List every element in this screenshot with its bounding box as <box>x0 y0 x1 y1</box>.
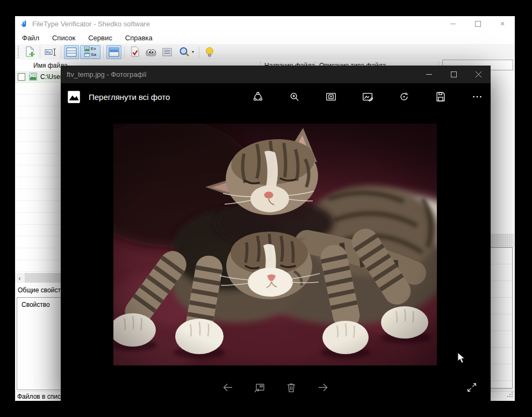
add-files-button[interactable] <box>22 45 37 59</box>
report-button[interactable] <box>160 45 175 59</box>
example-image-icon <box>84 46 90 52</box>
maximize-icon <box>451 71 457 77</box>
copy-to-button[interactable] <box>249 377 270 398</box>
view-all-photos-button[interactable]: Переглянути всі фото <box>67 89 170 105</box>
inspect-button[interactable] <box>143 45 159 59</box>
list-pane-icon <box>65 46 78 59</box>
share-icon <box>252 91 264 103</box>
ftv-menubar: Файл Список Сервис Справка <box>15 31 515 44</box>
document-check-icon <box>128 46 141 59</box>
svg-text:Re: Re <box>46 50 51 54</box>
edit-icon <box>362 91 373 103</box>
save-button[interactable] <box>430 86 451 107</box>
toolbar-separator <box>199 46 199 58</box>
photos-window-title: ftv_temp.jpg - Фотографії <box>67 70 416 78</box>
ftv-window-title: FileType Verificator - Shedko software <box>32 20 441 28</box>
view-all-photos-label: Переглянути всі фото <box>89 92 170 102</box>
toolbar-separator <box>103 46 104 58</box>
photos-nav-group <box>217 377 334 398</box>
photos-appbar: Переглянути всі фото <box>61 83 491 110</box>
toolbar-gripper[interactable] <box>17 46 19 59</box>
photos-bottombar <box>61 374 491 401</box>
rename-icon: Re <box>44 46 57 59</box>
arrow-left-icon <box>221 381 234 394</box>
more-button[interactable] <box>466 86 488 107</box>
rotate-button[interactable] <box>393 86 415 107</box>
resize-grip[interactable] <box>507 392 513 399</box>
search-button[interactable]: ▾ <box>176 45 196 59</box>
arrow-right-icon <box>317 381 329 394</box>
previous-button[interactable] <box>217 377 239 398</box>
close-icon <box>476 71 481 77</box>
photos-maximize-button[interactable] <box>441 66 466 83</box>
status-text: Файлов в списке <box>17 393 67 400</box>
toolbar-separator <box>40 46 40 58</box>
general-properties-label: Общие свойства <box>18 286 68 294</box>
menu-service[interactable]: Сервис <box>88 34 112 42</box>
menu-file[interactable]: Файл <box>22 34 39 42</box>
sample-window-icon <box>84 52 90 57</box>
sa-label: Sa <box>91 53 96 57</box>
menu-list[interactable]: Список <box>52 34 75 42</box>
ftv-toolbar: Re Ex Sa <box>15 44 515 60</box>
scroll-left-button[interactable]: ‹ <box>15 273 24 283</box>
more-icon <box>471 91 483 103</box>
photos-minimize-button[interactable] <box>416 66 441 83</box>
desktop: { "ftv": { "title": "FileType Verificato… <box>0 0 532 417</box>
zoom-in-icon <box>289 91 300 103</box>
report-icon <box>161 46 174 59</box>
rotate-icon <box>398 91 410 103</box>
verify-button[interactable] <box>127 45 142 59</box>
next-button[interactable] <box>312 377 334 398</box>
lightbulb-icon <box>203 46 216 59</box>
menu-help[interactable]: Справка <box>125 34 153 42</box>
ftv-maximize-button[interactable] <box>465 16 490 31</box>
copy-to-icon <box>253 381 266 394</box>
fullscreen-icon <box>466 382 478 393</box>
photo-gallery-icon <box>67 90 81 104</box>
view-list-button[interactable] <box>64 45 79 59</box>
file-checkbox[interactable] <box>18 73 25 81</box>
rename-button[interactable]: Re <box>43 45 58 59</box>
slideshow-icon <box>325 91 337 103</box>
fullscreen-button[interactable] <box>461 377 483 398</box>
view-preview-button[interactable] <box>106 45 121 59</box>
ex-label: Ex <box>91 47 96 51</box>
view-ex-sa-button[interactable]: Ex Sa <box>80 45 100 59</box>
preview-pane-icon <box>107 46 120 59</box>
photos-close-button[interactable] <box>466 66 491 83</box>
photos-window: ftv_temp.jpg - Фотографії Переглянути вс… <box>61 66 491 401</box>
minimize-icon <box>426 71 432 77</box>
trash-icon <box>285 381 298 394</box>
photo-canvas[interactable] <box>113 124 437 365</box>
magnifier-icon <box>178 46 191 59</box>
image-thumbnail-icon <box>29 73 37 81</box>
ftv-minimize-button[interactable] <box>441 16 465 31</box>
slideshow-button[interactable] <box>320 86 342 107</box>
ftv-titlebar[interactable]: FileType Verificator - Shedko software × <box>15 16 515 31</box>
toolbar-separator <box>61 46 61 58</box>
ftv-close-button[interactable]: × <box>490 16 515 31</box>
toolbar-separator <box>124 46 125 58</box>
search-dropdown-arrow[interactable]: ▾ <box>192 49 194 54</box>
ftv-app-icon <box>20 19 28 28</box>
eyes-icon <box>145 46 157 59</box>
photos-titlebar[interactable]: ftv_temp.jpg - Фотографії <box>61 66 491 83</box>
edit-button[interactable] <box>357 86 378 107</box>
save-icon <box>435 91 447 103</box>
photos-actions <box>247 86 488 107</box>
document-plus-icon <box>23 46 36 59</box>
share-button[interactable] <box>247 86 269 107</box>
kittens-photo <box>113 124 437 365</box>
zoom-button[interactable] <box>284 86 305 107</box>
delete-button[interactable] <box>281 377 302 398</box>
hint-button[interactable] <box>202 45 217 59</box>
